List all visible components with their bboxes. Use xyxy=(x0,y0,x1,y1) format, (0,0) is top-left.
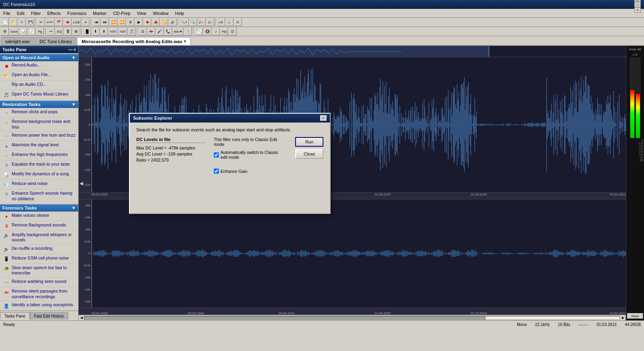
dialog-title: Subsonic Explorer xyxy=(133,116,172,120)
dialog-title-bar: Subsonic Explorer × xyxy=(130,114,330,123)
dialog-run-button[interactable]: Run xyxy=(295,137,323,147)
dialog-checkbox-row-2: Enhance Gain xyxy=(214,168,283,174)
dc-levels-title: DC Levels in file xyxy=(136,137,206,143)
dialog-content: Search the file for subsonic events such… xyxy=(130,123,330,213)
dialog-checkbox-classic-label: Automatically switch to Classic edit mod… xyxy=(221,150,283,160)
dialog-checkbox-gain[interactable] xyxy=(214,168,219,174)
dialog-checkbox-classic[interactable] xyxy=(214,152,219,158)
dialog-checkbox-row-1: Automatically switch to Classic edit mod… xyxy=(214,150,283,160)
dialog-description: Search the file for subsonic events such… xyxy=(136,127,323,132)
dc-max-level: Max DC Level = -479k samples xyxy=(136,145,206,150)
dialog-buttons: Run Close xyxy=(295,137,323,176)
dialog-checkbox-gain-label: Enhance Gain xyxy=(221,169,248,174)
dialog-note: This filter runs only in Classic Edit mo… xyxy=(214,137,283,147)
subsonic-dialog: Subsonic Explorer × Search the file for … xyxy=(129,113,331,214)
dialog-overlay: Subsonic Explorer × Search the file for … xyxy=(0,0,644,328)
dc-avg-level: Avg DC Level = -199 samples xyxy=(136,152,206,156)
dialog-close-btn[interactable]: × xyxy=(320,115,327,121)
dialog-right-section: This filter runs only in Classic Edit mo… xyxy=(214,137,283,176)
dialog-left-section: DC Levels in file Max DC Level = -479k s… xyxy=(136,137,206,176)
dc-ratio: Ratio = 2402.579 xyxy=(136,158,206,162)
dialog-close-button[interactable]: Close xyxy=(295,149,323,159)
